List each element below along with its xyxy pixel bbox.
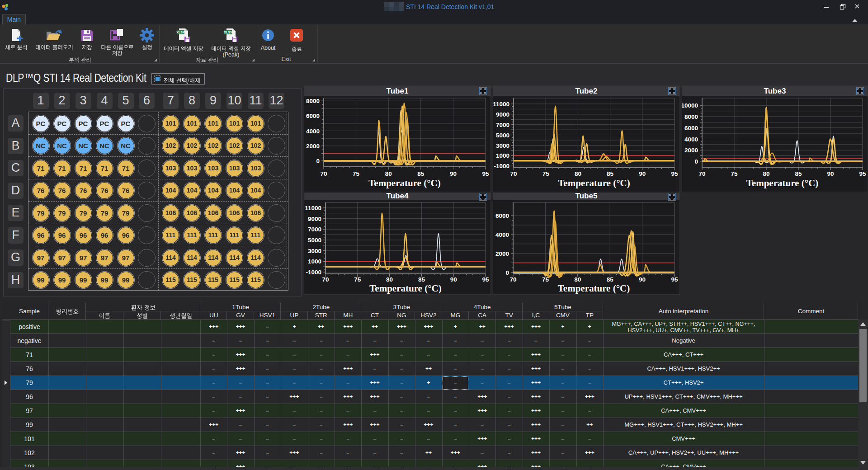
svg-text:3000: 3000 [496, 142, 509, 149]
svg-text:4000: 4000 [684, 136, 698, 143]
svg-text:95: 95 [482, 276, 489, 283]
svg-text:85: 85 [795, 170, 802, 177]
svg-text:10000: 10000 [682, 102, 698, 109]
svg-text:80: 80 [386, 276, 393, 283]
svg-text:95: 95 [859, 170, 866, 177]
svg-text:11000: 11000 [305, 205, 321, 212]
svg-text:70: 70 [510, 170, 517, 177]
svg-text:1000: 1000 [308, 258, 321, 265]
svg-text:Tube5: Tube5 [576, 193, 598, 200]
svg-text:2000: 2000 [495, 250, 509, 257]
svg-text:6000: 6000 [495, 212, 509, 219]
svg-text:0: 0 [694, 158, 698, 165]
svg-text:11000: 11000 [493, 101, 509, 108]
svg-text:90: 90 [450, 276, 457, 283]
svg-text:95: 95 [482, 170, 489, 177]
svg-text:90: 90 [450, 170, 457, 177]
svg-text:85: 85 [418, 276, 425, 283]
svg-text:1000: 1000 [496, 152, 509, 159]
svg-text:Temperature (°C): Temperature (°C) [558, 283, 630, 294]
svg-text:7000: 7000 [308, 226, 321, 233]
svg-text:Temperature (°C): Temperature (°C) [369, 283, 441, 294]
svg-text:9000: 9000 [496, 111, 509, 118]
svg-text:Temperature (°C): Temperature (°C) [746, 178, 818, 188]
svg-text:3000: 3000 [308, 248, 321, 254]
svg-text:95: 95 [671, 170, 678, 177]
svg-text:Tube4: Tube4 [387, 193, 409, 200]
svg-text:85: 85 [607, 276, 614, 283]
svg-text:Temperature (°C): Temperature (°C) [558, 178, 630, 188]
svg-text:70: 70 [320, 170, 327, 177]
svg-text:75: 75 [542, 170, 550, 177]
svg-text:Tube2: Tube2 [576, 87, 598, 95]
svg-text:0: 0 [505, 269, 509, 276]
svg-text:75: 75 [354, 276, 361, 283]
svg-text:70: 70 [698, 170, 705, 177]
svg-text:5000: 5000 [496, 132, 509, 139]
svg-text:-1000: -1000 [306, 269, 321, 276]
svg-text:5000: 5000 [308, 237, 321, 244]
svg-text:2000: 2000 [306, 143, 320, 150]
svg-text:4000: 4000 [495, 231, 509, 238]
svg-text:8000: 8000 [684, 113, 698, 120]
svg-text:80: 80 [574, 276, 581, 283]
svg-text:6000: 6000 [684, 125, 698, 132]
svg-text:0: 0 [316, 158, 320, 164]
svg-text:85: 85 [607, 170, 614, 177]
svg-text:2000: 2000 [684, 147, 698, 154]
svg-text:Temperature (°C): Temperature (°C) [368, 178, 440, 188]
svg-text:-1000: -1000 [494, 163, 509, 169]
svg-text:XLSX: XLSX [176, 31, 185, 34]
svg-text:90: 90 [639, 170, 646, 177]
svg-text:8000: 8000 [306, 98, 320, 104]
svg-text:75: 75 [731, 170, 738, 177]
svg-text:70: 70 [509, 276, 516, 283]
svg-text:90: 90 [639, 276, 646, 283]
svg-text:XLSX: XLSX [224, 31, 232, 34]
svg-text:9000: 9000 [308, 216, 321, 222]
svg-text:85: 85 [417, 170, 425, 177]
svg-text:80: 80 [575, 170, 581, 177]
svg-text:70: 70 [322, 276, 329, 283]
svg-text:4000: 4000 [306, 128, 320, 135]
svg-text:90: 90 [827, 170, 834, 177]
svg-text:95: 95 [671, 276, 678, 283]
svg-text:6000: 6000 [306, 113, 320, 119]
svg-text:80: 80 [763, 170, 769, 177]
svg-text:80: 80 [385, 170, 392, 177]
svg-text:Tube1: Tube1 [387, 87, 409, 95]
svg-text:75: 75 [353, 170, 360, 177]
svg-text:Tube3: Tube3 [764, 87, 786, 95]
svg-text:7000: 7000 [496, 122, 509, 128]
